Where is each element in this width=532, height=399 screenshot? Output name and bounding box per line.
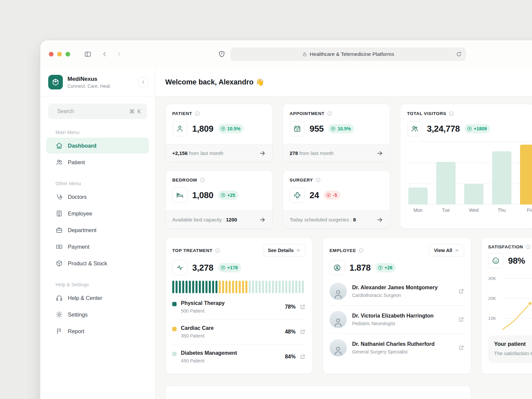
treatment-stripe [202,281,204,293]
sidebar-item-label: Dashboard [68,143,96,149]
lock-icon [302,52,307,57]
patient-card: PATIENT 1,809 10.5% +2,156 from last mon… [165,104,273,162]
employee-card: EMPLOYEE View All 1.878 +28 [323,237,471,374]
list-item[interactable]: Cardiac Care 350 Patient 48% [172,319,306,344]
treatment-stripe [176,281,178,293]
treatment-name: Cardiac Care [181,325,214,331]
treatment-count: 3,278 [192,263,213,273]
visitors-bar [464,184,483,204]
reload-icon[interactable] [456,51,462,57]
visitors-group-icon [407,121,422,136]
headset-icon [56,294,63,302]
minimize-window-button[interactable] [57,52,62,57]
treatment-stripe [242,281,244,293]
search-shortcut: ⌘ K [129,108,142,115]
legend-swatch [172,327,177,331]
sidebar-item-dashboard[interactable]: Dashboard [46,138,149,154]
search-box[interactable]: ⌘ K [48,104,147,119]
sidebar-item-label: Payment [68,244,89,250]
back-icon[interactable] [101,51,108,58]
privacy-shield-icon[interactable] [218,50,226,58]
surgery-footer-link[interactable]: Today scheduled surgeries : 8 [283,210,390,228]
info-icon[interactable] [358,248,364,253]
sidebar-item-help-center[interactable]: Help & Center [46,290,149,306]
zoom-window-button[interactable] [66,52,70,57]
sidebar-item-employee[interactable]: Employee [46,205,149,221]
treatment-stripe [262,281,264,293]
forward-icon[interactable] [115,51,122,58]
treatment-stripe [285,281,287,293]
arrow-up-circle-icon [220,126,226,131]
sidebar-item-department[interactable]: Department [46,222,149,238]
banknote-icon [56,243,63,250]
treatment-stripe [199,281,201,293]
sidebar-collapse-button[interactable] [138,77,148,87]
sidebar-item-label: Employee [68,210,92,217]
address-bar[interactable]: Healthcare & Telemedicine Platforms [230,48,466,61]
browser-window: Healthcare & Telemedicine Platforms Medi… [40,40,532,399]
info-icon[interactable] [327,111,332,116]
info-icon[interactable] [525,244,531,250]
treatment-stripe [229,281,231,293]
external-link-icon[interactable] [300,329,306,335]
satisfaction-line [498,274,532,331]
sidebar-item-label: Report [68,328,84,334]
treatment-stripe [189,281,191,293]
sidebar-item-payment[interactable]: Payment [46,239,149,255]
sidebar-item-product-stock[interactable]: Product & Stock [46,255,149,271]
treatment-stripe [209,281,211,293]
search-input[interactable] [57,108,126,114]
treatment-stripe [279,281,281,293]
treatment-patients: 450 Patient [181,358,237,363]
view-all-button[interactable]: View All [429,244,464,257]
info-icon[interactable] [215,248,220,253]
bedroom-footer-link[interactable]: Available bed capacity : 1200 [166,210,272,228]
trend-badge: +1809 [465,124,490,133]
treatment-stripe [245,281,247,293]
visitors-bar-label: Fri [527,207,532,214]
list-item[interactable]: Dr. Victoria Elizabeth Harrington Pediat… [330,305,464,333]
info-icon[interactable] [195,111,200,116]
external-link-icon[interactable] [458,317,464,323]
list-item[interactable]: Dr. Alexander James Montgomery Cardiotho… [330,277,464,305]
list-item[interactable]: Physical Therapy 500 Patient 78% [172,295,306,319]
menu-section-main: Main Menu [56,130,147,135]
treatment-stripe [292,281,294,293]
sidebar-item-doctors[interactable]: Doctors [46,189,149,205]
satisfaction-note: Your patient The satisfaction rate of pa… [488,335,532,363]
list-item[interactable]: Diabetes Management 450 Patient 84% [172,344,306,369]
doctor-name: Dr. Nathaniel Charles Rutherford [352,341,435,347]
external-link-icon[interactable] [300,354,306,360]
sidebar-item-settings[interactable]: Settings [46,307,149,323]
appointment-footer-link[interactable]: 278 from last month [283,144,390,162]
sidebar-toggle-icon[interactable] [84,51,91,58]
visitors-bar-slot: Wed [464,184,483,214]
sidebar-item-report[interactable]: Report [46,323,149,339]
treatment-stripe [252,281,254,293]
dashboard-content: PATIENT 1,809 10.5% +2,156 from last mon… [155,96,532,399]
double-chevron-right-icon [296,248,301,253]
sidebar-item-label: Help & Center [68,295,102,301]
external-link-icon[interactable] [458,288,464,294]
treatment-stripe [182,281,184,293]
list-item[interactable]: Dr. Nathaniel Charles Rutherford General… [330,333,464,362]
briefcase-icon [56,226,63,234]
sidebar-item-label: Patient [68,159,85,166]
see-details-button[interactable]: See Details [263,244,306,257]
close-window-button[interactable] [49,52,54,57]
employee-count: 1.878 [349,263,371,273]
visitors-bar [492,151,511,204]
info-icon[interactable] [449,111,454,116]
external-link-icon[interactable] [300,304,306,310]
arrow-right-icon [259,216,266,223]
treatment-stripe [205,281,207,293]
employee-badge-icon [330,260,345,275]
y-axis-label: 30K [488,276,496,281]
arrow-down-circle-icon [326,193,331,198]
patient-footer-link[interactable]: +2,156 from last month [166,144,272,162]
treatment-stripe [272,281,274,293]
external-link-icon[interactable] [458,345,464,351]
info-icon[interactable] [200,177,205,183]
sidebar-item-patient[interactable]: Patient [46,154,149,170]
info-icon[interactable] [315,177,321,183]
